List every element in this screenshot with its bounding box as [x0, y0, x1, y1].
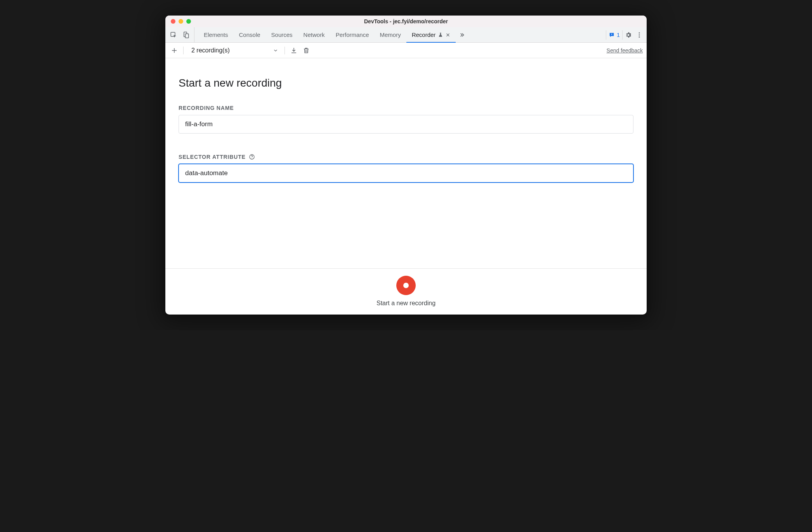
kebab-menu-icon[interactable]: [634, 30, 644, 40]
inspect-controls: [165, 27, 194, 42]
tab-performance[interactable]: Performance: [330, 27, 375, 42]
recording-name-group: RECORDING NAME: [179, 105, 633, 134]
tab-label: Elements: [204, 31, 228, 38]
start-recording-label: Start a new recording: [377, 300, 435, 307]
record-icon: [403, 283, 409, 288]
recorder-content: Start a new recording RECORDING NAME SEL…: [165, 58, 647, 268]
new-recording-icon[interactable]: [169, 45, 179, 56]
send-feedback-link[interactable]: Send feedback: [607, 47, 643, 54]
tab-label: Network: [304, 31, 325, 38]
divider: [183, 47, 184, 54]
chevron-down-icon: [273, 48, 278, 53]
settings-icon[interactable]: [623, 30, 633, 40]
svg-point-7: [639, 36, 640, 37]
svg-point-9: [252, 158, 252, 158]
svg-rect-3: [611, 33, 612, 35]
page-heading: Start a new recording: [179, 77, 633, 89]
selector-attribute-group: SELECTOR ATTRIBUTE: [179, 154, 633, 183]
more-tabs-button[interactable]: [456, 27, 468, 42]
tab-recorder[interactable]: Recorder: [406, 27, 456, 42]
divider: [285, 47, 285, 54]
issues-count: 1: [617, 31, 620, 38]
selector-attribute-input[interactable]: [179, 164, 633, 183]
tab-network[interactable]: Network: [298, 27, 330, 42]
recording-name-label: RECORDING NAME: [179, 105, 633, 111]
tab-label: Recorder: [412, 31, 436, 38]
tab-label: Performance: [336, 31, 369, 38]
svg-point-5: [639, 32, 640, 33]
tabstrip-actions: 1: [606, 27, 647, 42]
recording-selector-label: 2 recording(s): [191, 47, 230, 54]
devtools-window: DevTools - jec.fyi/demo/recorder Element…: [165, 16, 647, 315]
tab-memory[interactable]: Memory: [375, 27, 406, 42]
delete-icon[interactable]: [301, 45, 311, 56]
devtools-tabstrip: Elements Console Sources Network Perform…: [165, 27, 647, 43]
tab-label: Console: [239, 31, 260, 38]
experiment-icon: [438, 32, 443, 38]
recorder-toolbar: 2 recording(s) Send feedback: [165, 43, 647, 58]
close-tab-icon[interactable]: [446, 33, 450, 37]
start-recording-button[interactable]: [396, 276, 416, 295]
issues-badge[interactable]: 1: [606, 30, 623, 40]
inspect-element-icon[interactable]: [168, 30, 179, 40]
tab-sources[interactable]: Sources: [266, 27, 298, 42]
tab-console[interactable]: Console: [234, 27, 266, 42]
svg-rect-2: [186, 34, 189, 38]
tab-elements[interactable]: Elements: [198, 27, 234, 42]
panel-tabs: Elements Console Sources Network Perform…: [194, 27, 468, 42]
device-toggle-icon[interactable]: [181, 30, 191, 40]
tab-label: Sources: [271, 31, 293, 38]
selector-attribute-label-text: SELECTOR ATTRIBUTE: [179, 154, 246, 160]
help-icon[interactable]: [249, 154, 255, 160]
svg-point-6: [639, 34, 640, 35]
selector-attribute-label: SELECTOR ATTRIBUTE: [179, 154, 633, 160]
recording-name-input[interactable]: [179, 115, 633, 134]
export-icon[interactable]: [289, 45, 299, 56]
window-title: DevTools - jec.fyi/demo/recorder: [165, 18, 647, 24]
recording-selector[interactable]: 2 recording(s): [187, 45, 281, 56]
window-titlebar: DevTools - jec.fyi/demo/recorder: [165, 16, 647, 27]
tab-label: Memory: [380, 31, 401, 38]
recorder-footer: Start a new recording: [165, 268, 647, 315]
